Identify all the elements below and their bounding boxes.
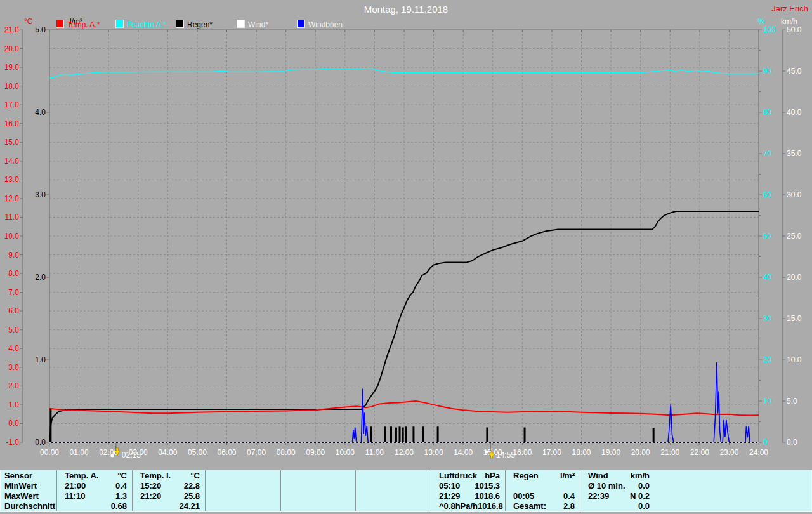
stats-column-empty	[205, 470, 280, 511]
stats-col-name: Temp. A.	[65, 471, 98, 480]
rain-rate-bar	[486, 428, 488, 442]
axis-tick-label-humidity: 90	[763, 67, 772, 76]
stats-cell-row	[506, 480, 580, 491]
stats-column-luftdruck: LuftdruckhPa05:101015.321:291018.6^0.8hP…	[431, 470, 505, 511]
stats-cell-row: ^0.8hPa/h1016.8	[431, 501, 505, 511]
weather-chart-window: Montag, 19.11.2018 Jarz Erich °C l/m² % …	[0, 0, 812, 514]
stats-cell-row	[206, 491, 280, 501]
stats-row-label: MinWert	[1, 480, 56, 491]
axis-tick-label-wind: 30.0	[787, 190, 802, 199]
axis-tick-label-hour: 05:00	[188, 448, 207, 457]
marker-time-label: 14:55	[496, 451, 515, 459]
axis-tick-label-hour: 21:00	[660, 448, 679, 457]
stats-cell-time: 05:10	[439, 481, 460, 491]
stats-col-header	[356, 470, 431, 480]
stats-table: SensorMinWertMaxWertDurchschnittTemp. A.…	[0, 470, 812, 512]
axis-tick-label-temp: 20.0	[4, 44, 20, 53]
stats-cell-value: 0.0	[638, 501, 650, 511]
axis-tick-label-wind: 35.0	[787, 149, 802, 158]
stats-col-unit: °C	[117, 471, 127, 480]
axis-tick-label-wind: 25.0	[787, 232, 802, 241]
stats-cell-time: ^0.8hPa/h	[439, 501, 478, 511]
stats-cell-value: 1.3	[115, 491, 127, 501]
stats-row-label: Durchschnitt	[1, 501, 56, 511]
stats-cell-row	[281, 501, 355, 511]
chart-plot: 21.020.019.018.017.016.015.014.013.012.0…	[0, 0, 812, 468]
axis-tick-label-hour: 16:00	[513, 448, 532, 457]
axis-tick-label-temp: 2.0	[8, 381, 19, 390]
axis-tick-label-rain: 1.0	[35, 355, 46, 364]
rain-rate-bar	[405, 426, 407, 442]
axis-tick-label-hour: 00:00	[40, 448, 59, 457]
rain-rate-bar	[412, 426, 414, 442]
axis-tick-label-hour: 06:00	[217, 448, 236, 457]
stats-cell-time: Ø 10 min.	[588, 481, 625, 491]
stats-row-labels: SensorMinWertMaxWertDurchschnitt	[1, 470, 56, 511]
axis-tick-label-rain: 0.0	[35, 438, 46, 447]
stats-cell-time: 21:29	[439, 491, 460, 501]
axis-tick-label-temp: 10.0	[4, 232, 20, 241]
axis-tick-label-temp: 7.0	[8, 288, 19, 297]
stats-cell-time: 21:20	[140, 491, 161, 501]
axis-tick-label-temp: 6.0	[8, 306, 19, 315]
axis-tick-label-hour: 14:00	[454, 448, 473, 457]
stats-column-empty	[355, 470, 431, 511]
stats-cell-row	[356, 491, 431, 501]
stats-col-unit: °C	[190, 471, 200, 480]
stats-cell-value: 1015.3	[475, 481, 500, 491]
axis-tick-label-temp: 0.0	[8, 419, 19, 428]
axis-tick-label-humidity: 10	[763, 397, 772, 405]
axis-tick-label-wind: 40.0	[787, 108, 802, 117]
axis-tick-label-hour: 07:00	[247, 448, 266, 457]
axis-tick-label-rain: 2.0	[35, 273, 46, 282]
rain-rate-bar	[653, 428, 655, 442]
stats-column-empty	[280, 470, 355, 511]
axis-tick-label-wind: 20.0	[787, 273, 802, 282]
stats-col-name: Luftdruck	[439, 471, 477, 480]
stats-col-header: Temp. A.°C	[57, 470, 132, 480]
stats-cell-row	[281, 480, 355, 491]
marker-time-label: 02:15	[122, 451, 141, 459]
stats-cell-time: 15:20	[140, 481, 161, 491]
axis-tick-label-hour: 24:00	[749, 448, 768, 457]
axis-tick-label-rain: 4.0	[35, 108, 46, 117]
axis-tick-label-hour: 09:00	[306, 448, 325, 457]
axis-tick-label-humidity: 100	[763, 25, 776, 34]
stats-cell-time: 11:10	[65, 491, 86, 501]
stats-cell-row	[206, 480, 280, 491]
stats-cell-row	[281, 491, 355, 501]
axis-tick-label-temp: 21.0	[4, 25, 20, 34]
axis-tick-label-humidity: 20	[763, 355, 772, 364]
stats-col-unit: hPa	[485, 471, 500, 480]
axis-tick-label-temp: 15.0	[4, 138, 20, 147]
axis-tick-label-temp: 14.0	[4, 157, 20, 166]
stats-col-unit: l/m²	[560, 471, 575, 480]
stats-cell-time: 21:00	[65, 481, 86, 491]
axis-tick-label-hour: 20:00	[631, 448, 650, 457]
stats-col-header: Windkm/h	[580, 470, 655, 480]
stats-col-unit: km/h	[631, 471, 650, 480]
stats-row-label: Sensor	[1, 470, 56, 480]
axis-tick-label-temp: 12.0	[4, 194, 20, 203]
stats-column-temp-a-: Temp. A.°C21:000.411:101.30.68	[56, 470, 132, 511]
axis-tick-label-humidity: 80	[763, 108, 772, 117]
axis-tick-label-temp: 16.0	[4, 119, 20, 128]
axis-tick-label-temp: 18.0	[4, 82, 20, 91]
rain-rate-bar	[390, 426, 392, 442]
stats-cell-row: 24.21	[133, 501, 205, 511]
axis-tick-label-hour: 10:00	[336, 448, 355, 457]
axis-tick-label-wind: 15.0	[787, 314, 802, 323]
stats-cell-value: 2.8	[563, 501, 575, 511]
axis-tick-label-hour: 13:00	[424, 448, 443, 457]
stats-cell-value: 0.68	[111, 501, 127, 511]
axis-tick-label-hour: 02:00	[99, 448, 118, 457]
stats-cell-row: 00:050.4	[506, 491, 580, 501]
stats-cell-value: 1018.6	[475, 491, 500, 501]
axis-tick-label-humidity: 60	[763, 190, 772, 199]
stats-cell-time: Gesamt:	[513, 501, 546, 511]
axis-tick-label-humidity: 40	[763, 273, 772, 282]
rain-rate-bar	[370, 426, 372, 442]
axis-tick-label-wind: 45.0	[787, 67, 802, 76]
rain-rate-bar	[524, 428, 526, 442]
stats-cell-row: 21:291018.6	[431, 491, 505, 501]
